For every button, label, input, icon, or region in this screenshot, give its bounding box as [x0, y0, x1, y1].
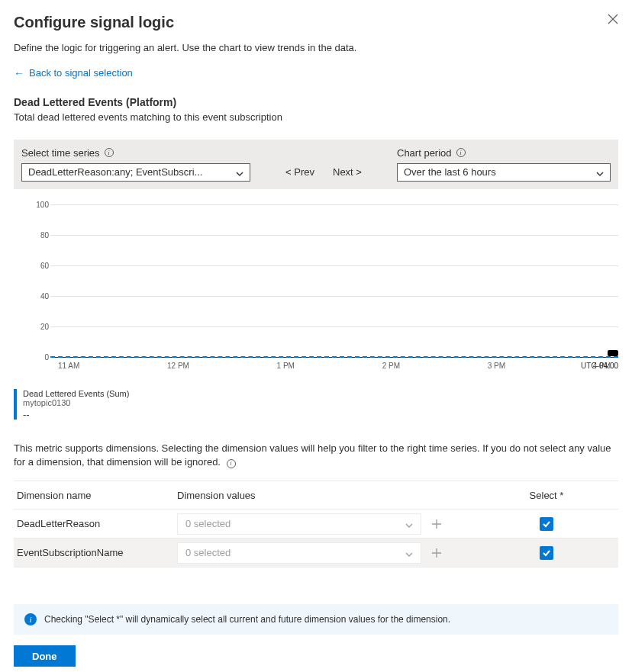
chart-y-tick: 40: [32, 291, 49, 300]
info-icon: i: [24, 613, 37, 625]
chart-y-tick: 60: [32, 261, 49, 269]
signal-name: Dead Lettered Events (Platform): [14, 96, 618, 108]
col-select-all: Select *: [524, 490, 569, 501]
prev-button[interactable]: < Prev: [285, 166, 314, 178]
chart-x-axis: 11 AM12 PM1 PM2 PM3 PM4 PM: [50, 362, 618, 370]
chart-legend: Dead Lettered Events (Sum) mytopic0130 -…: [14, 389, 618, 420]
done-button[interactable]: Done: [14, 645, 76, 667]
chevron-down-icon: [596, 169, 604, 176]
chart-x-tick: 12 PM: [167, 362, 189, 370]
chart-gridline: [50, 296, 618, 297]
select-all-checkbox[interactable]: [540, 517, 553, 531]
chevron-down-icon: [405, 549, 413, 557]
select-all-checkbox[interactable]: [540, 546, 553, 560]
col-dimension-values: Dimension values: [177, 490, 421, 501]
legend-value: --: [23, 409, 129, 420]
dimension-row: DeadLetterReason 0 selected: [14, 510, 618, 539]
metric-chart: 02040608010011 AM12 PM1 PM2 PM3 PM4 PMUT…: [14, 204, 618, 380]
dimension-values-select[interactable]: 0 selected: [177, 542, 421, 564]
dimensions-table-header: Dimension name Dimension values Select *: [14, 481, 618, 510]
chart-x-tick: 11 AM: [58, 362, 79, 370]
chart-period-select[interactable]: Over the last 6 hours: [397, 163, 611, 182]
next-button[interactable]: Next >: [333, 166, 362, 178]
info-icon[interactable]: i: [456, 148, 466, 157]
chart-y-tick: 100: [32, 200, 49, 208]
chart-series-line: [50, 356, 618, 358]
dimension-name-cell: DeadLetterReason: [17, 518, 177, 529]
chart-gridline: [50, 204, 618, 205]
chart-x-tick: 1 PM: [277, 362, 295, 370]
chart-x-tick: 3 PM: [488, 362, 505, 370]
info-callout-text: Checking "Select *" will dynamically sel…: [44, 614, 450, 625]
back-link-label: Back to signal selection: [29, 67, 133, 79]
add-dimension-value-button[interactable]: [426, 542, 447, 564]
close-icon[interactable]: [608, 14, 618, 24]
chart-gridline: [50, 326, 618, 327]
chart-period-label: Chart period i: [397, 147, 611, 159]
chevron-down-icon: [405, 520, 413, 528]
chart-timezone-label: UTC-04:00: [581, 362, 618, 370]
arrow-left-icon: ←: [14, 68, 24, 79]
legend-color-bar: [14, 389, 17, 420]
legend-resource-name: mytopic0130: [23, 398, 129, 407]
chart-period-value: Over the last 6 hours: [404, 166, 496, 178]
chart-x-tick: 2 PM: [382, 362, 400, 370]
add-dimension-value-button[interactable]: [426, 513, 447, 535]
chart-y-tick: 20: [32, 322, 49, 330]
dimension-row: EventSubscriptionName 0 selected: [14, 539, 618, 568]
chart-marker: [608, 350, 618, 356]
time-series-label: Select time series i: [21, 147, 250, 159]
chart-y-tick: 80: [32, 230, 49, 239]
page-title: Configure signal logic: [14, 14, 174, 31]
time-series-value: DeadLetterReason:any; EventSubscri...: [28, 166, 202, 178]
chart-gridline: [50, 265, 618, 266]
info-icon[interactable]: i: [105, 148, 114, 157]
chevron-down-icon: [236, 169, 243, 176]
time-series-select[interactable]: DeadLetterReason:any; EventSubscri...: [21, 163, 250, 182]
chart-y-tick: 0: [32, 352, 49, 361]
col-dimension-name: Dimension name: [17, 490, 177, 501]
chart-gridline: [50, 235, 618, 236]
back-to-signal-selection-link[interactable]: ← Back to signal selection: [14, 67, 133, 79]
dimension-name-cell: EventSubscriptionName: [17, 547, 177, 558]
dimension-values-select[interactable]: 0 selected: [177, 513, 421, 535]
page-subtitle: Define the logic for triggering an alert…: [14, 42, 618, 53]
info-callout: i Checking "Select *" will dynamically s…: [14, 604, 618, 635]
dimensions-table: Dimension name Dimension values Select *…: [14, 481, 618, 568]
signal-description: Total dead lettered events matching to t…: [14, 111, 618, 123]
info-icon[interactable]: i: [227, 459, 236, 468]
dimensions-description: This metric supports dimensions. Selecti…: [14, 442, 618, 471]
legend-series-name: Dead Lettered Events (Sum): [23, 389, 129, 398]
chart-controls-bar: Select time series i DeadLetterReason:an…: [14, 140, 618, 189]
